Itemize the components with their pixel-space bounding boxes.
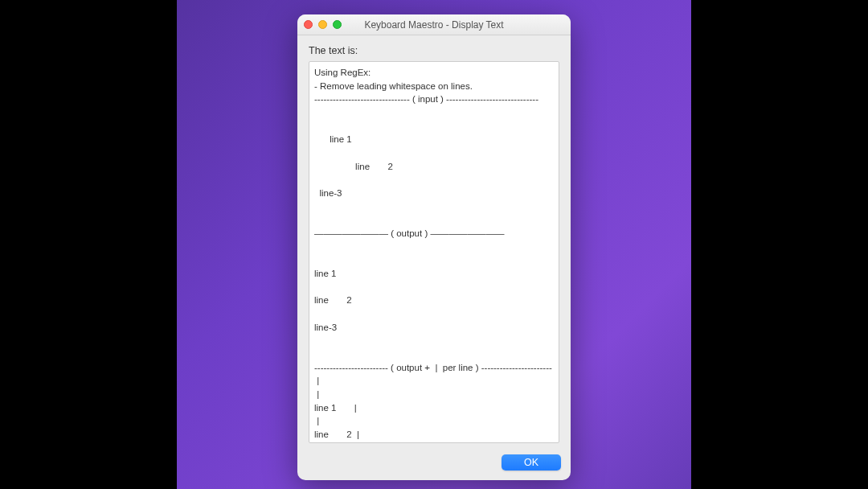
ok-button[interactable]: OK [502, 454, 561, 471]
dialog-content: The text is: Using RegEx: - Remove leadi… [297, 35, 571, 450]
maximize-icon[interactable] [333, 20, 342, 29]
text-display[interactable]: Using RegEx: - Remove leading whitespace… [309, 61, 559, 443]
button-row: OK [297, 450, 571, 480]
text-label: The text is: [309, 45, 559, 56]
close-icon[interactable] [304, 20, 313, 29]
dialog-window: Keyboard Maestro - Display Text The text… [297, 14, 571, 480]
titlebar[interactable]: Keyboard Maestro - Display Text [297, 14, 571, 35]
minimize-icon[interactable] [318, 20, 327, 29]
traffic-lights [304, 20, 342, 29]
letterbox-right [691, 0, 868, 489]
letterbox-left [0, 0, 177, 489]
